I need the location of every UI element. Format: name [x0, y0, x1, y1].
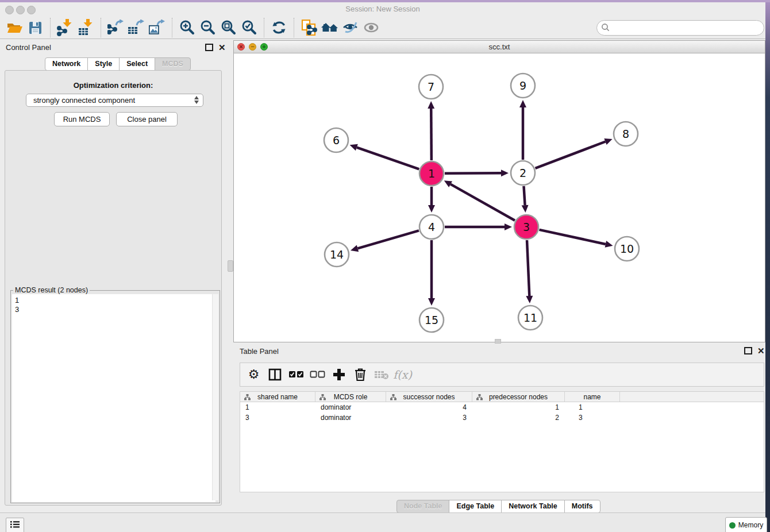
graph-edge-2-3[interactable] [523, 186, 525, 205]
home-icon[interactable] [319, 18, 340, 37]
graph-node-7[interactable]: 7 [419, 75, 443, 99]
graph-node-9[interactable]: 9 [511, 74, 535, 98]
tab-network[interactable]: Network [45, 57, 88, 71]
delete-column-icon[interactable] [351, 365, 369, 384]
graph-node-15[interactable]: 15 [419, 308, 444, 332]
node-table: shared name MCDS role successor nodes pr… [240, 391, 764, 492]
table-cell[interactable]: 3 [565, 413, 620, 423]
table-cell[interactable]: 4 [386, 402, 472, 413]
zoom-out-icon[interactable] [198, 18, 218, 37]
result-scrollbar[interactable] [212, 294, 218, 500]
task-history-button[interactable] [6, 518, 24, 532]
column-header-MCDS-role[interactable]: MCDS role [315, 392, 386, 402]
graph-node-3[interactable]: 3 [514, 215, 538, 239]
graph-edge-1-7[interactable] [431, 109, 432, 160]
table-cell[interactable]: 2 [472, 413, 565, 423]
column-header-predecessor-nodes[interactable]: predecessor nodes [472, 392, 565, 402]
table-cell[interactable]: 1 [565, 402, 620, 413]
graph-arrowhead-1-7 [428, 101, 434, 109]
float-panel-icon[interactable] [205, 44, 213, 51]
gear-icon[interactable]: ⚙ [245, 365, 263, 384]
zoom-fit-icon[interactable] [218, 18, 239, 37]
table-cell[interactable]: 3 [240, 413, 315, 423]
table-panel-buttons: ✕ [744, 347, 765, 354]
tab-motifs[interactable]: Motifs [564, 500, 600, 513]
memory-label: Memory [738, 521, 763, 529]
graph-node-8[interactable]: 8 [614, 122, 638, 146]
graph-arrowhead-4-15 [428, 298, 435, 306]
close-panel-icon[interactable]: ✕ [757, 347, 765, 354]
column-header-name[interactable]: name [565, 392, 620, 402]
mcds-result-text[interactable]: 1 3 [12, 294, 215, 502]
table-body: 1dominator4113dominator323 [240, 402, 764, 492]
tab-node-table[interactable]: Node Table [396, 500, 449, 513]
tab-network-table[interactable]: Network Table [501, 500, 565, 513]
optimization-criterion-label: Optimization criterion: [5, 81, 222, 90]
criterion-select[interactable]: strongly connected component [26, 94, 203, 107]
network-window: × − + scc.txt 7 9 6 8 1 2 4 3 14 10 15 1… [233, 40, 765, 342]
add-column-icon[interactable] [330, 365, 348, 384]
export-image-icon[interactable] [147, 18, 168, 37]
graph-edge-3-1[interactable] [451, 184, 515, 221]
open-file-icon[interactable] [5, 18, 25, 37]
run-mcds-button[interactable]: Run MCDS [54, 112, 110, 126]
table-cell[interactable]: 1 [472, 402, 565, 413]
select-all-columns-icon[interactable] [287, 365, 305, 384]
table-cell[interactable]: dominator [315, 402, 386, 413]
graph-node-label: 15 [425, 314, 438, 326]
column-header-shared-name[interactable]: shared name [240, 392, 315, 402]
graph-arrowhead-2-8 [604, 138, 612, 145]
graph-edge-1-2[interactable] [445, 173, 501, 174]
graph-edge-2-8[interactable] [536, 141, 606, 168]
graph-node-label: 3 [523, 221, 530, 233]
import-table-icon[interactable] [76, 18, 97, 37]
table-panel-tabs: Node TableEdge TableNetwork TableMotifs [396, 500, 600, 513]
search-input[interactable] [596, 20, 764, 36]
table-cell[interactable]: 1 [240, 402, 315, 413]
list-icon [10, 520, 20, 531]
graph-node-4[interactable]: 4 [419, 215, 444, 239]
tab-select[interactable]: Select [119, 57, 155, 71]
graph-node-14[interactable]: 14 [325, 242, 349, 267]
function-builder-icon[interactable]: f(x) [394, 365, 411, 384]
table-cell[interactable]: dominator [315, 413, 386, 423]
hide-panels-icon[interactable] [340, 18, 361, 37]
graph-node-1[interactable]: 1 [419, 161, 444, 186]
unselect-all-columns-icon[interactable] [309, 365, 326, 384]
float-panel-icon[interactable] [744, 347, 752, 354]
panel-splitter-handle[interactable] [228, 260, 233, 272]
clone-network-icon[interactable] [299, 18, 319, 37]
graph-edge-1-6[interactable] [357, 148, 419, 169]
graph-node-2[interactable]: 2 [511, 161, 535, 185]
save-session-icon[interactable] [25, 18, 46, 37]
tab-edge-table[interactable]: Edge Table [449, 500, 502, 513]
zoom-selected-icon[interactable] [239, 18, 260, 37]
split-columns-icon[interactable] [266, 365, 284, 384]
canvas-splitter-handle[interactable] [495, 339, 501, 344]
table-row[interactable]: 3dominator323 [240, 413, 764, 423]
memory-button[interactable]: Memory [725, 517, 767, 532]
graph-node-10[interactable]: 10 [615, 237, 639, 261]
close-panel-icon[interactable]: ✕ [218, 44, 226, 51]
graph-edge-3-10[interactable] [539, 230, 605, 244]
zoom-in-icon[interactable] [177, 18, 198, 37]
graph-edge-3-11[interactable] [527, 240, 529, 296]
show-eye-icon[interactable] [361, 18, 382, 37]
graph-edge-4-14[interactable] [357, 230, 418, 248]
graph-node-11[interactable]: 11 [518, 306, 542, 330]
export-network-icon[interactable] [106, 18, 126, 37]
table-panel-title: Table Panel [240, 347, 279, 356]
tab-mcds[interactable]: MCDS [155, 57, 191, 71]
delete-table-icon[interactable] [372, 365, 390, 384]
table-cell[interactable]: 3 [386, 413, 472, 423]
table-row[interactable]: 1dominator411 [240, 402, 764, 413]
tab-style[interactable]: Style [87, 57, 120, 71]
close-panel-button[interactable]: Close panel [116, 112, 178, 126]
network-canvas[interactable]: 7 9 6 8 1 2 4 3 14 10 15 11 [234, 53, 765, 342]
control-panel-buttons: ✕ [205, 44, 226, 51]
column-header-successor-nodes[interactable]: successor nodes [386, 392, 472, 402]
refresh-icon[interactable] [269, 18, 290, 37]
graph-node-6[interactable]: 6 [324, 128, 348, 152]
import-network-icon[interactable] [55, 18, 76, 37]
export-table-icon[interactable] [126, 18, 147, 37]
